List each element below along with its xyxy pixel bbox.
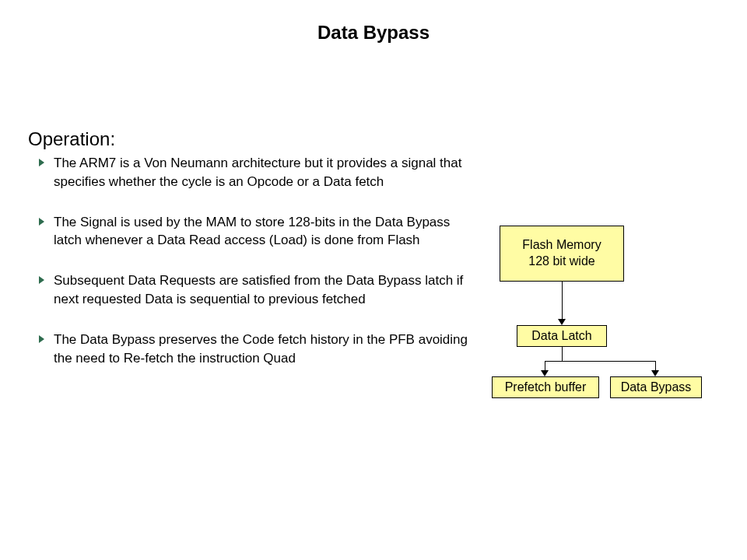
connector-line bbox=[545, 361, 545, 370]
bullet-arrow-icon bbox=[39, 335, 44, 343]
bullet-text: Subsequent Data Requests are satisfied f… bbox=[54, 271, 475, 309]
bullet-list: The ARM7 is a Von Neumann architecture b… bbox=[39, 154, 475, 389]
bullet-arrow-icon bbox=[39, 276, 44, 284]
arrowhead-icon bbox=[558, 319, 566, 325]
flash-memory-box: Flash Memory 128 bit wide bbox=[500, 226, 624, 282]
data-latch-label: Data Latch bbox=[531, 328, 591, 345]
flash-line1: Flash Memory bbox=[522, 237, 601, 254]
connector-line bbox=[562, 347, 563, 361]
bullet-item: The Data Bypass preserves the Code fetch… bbox=[39, 331, 475, 368]
connector-line bbox=[562, 282, 563, 319]
arrowhead-icon bbox=[541, 370, 549, 376]
bullet-item: The Signal is used by the MAM to store 1… bbox=[39, 213, 475, 250]
bullet-item: Subsequent Data Requests are satisfied f… bbox=[39, 271, 475, 309]
bullet-arrow-icon bbox=[39, 159, 44, 166]
bullet-text: The ARM7 is a Von Neumann architecture b… bbox=[54, 154, 475, 191]
prefetch-label: Prefetch buffer bbox=[505, 380, 587, 396]
connector-line bbox=[655, 361, 656, 370]
diagram: Flash Memory 128 bit wide Data Latch Pre… bbox=[492, 226, 733, 412]
data-latch-box: Data Latch bbox=[517, 325, 607, 347]
flash-line2: 128 bit wide bbox=[528, 254, 594, 270]
bullet-arrow-icon bbox=[39, 218, 44, 226]
connector-line bbox=[545, 361, 655, 362]
slide: Data Bypass Operation: The ARM7 is a Von… bbox=[0, 0, 747, 560]
bullet-text: The Signal is used by the MAM to store 1… bbox=[54, 213, 475, 250]
arrowhead-icon bbox=[651, 370, 659, 376]
data-bypass-box: Data Bypass bbox=[610, 376, 702, 398]
slide-title: Data Bypass bbox=[0, 22, 747, 44]
bullet-item: The ARM7 is a Von Neumann architecture b… bbox=[39, 154, 475, 191]
bullet-text: The Data Bypass preserves the Code fetch… bbox=[54, 331, 475, 368]
data-bypass-label: Data Bypass bbox=[621, 380, 692, 396]
section-heading: Operation: bbox=[28, 128, 115, 150]
prefetch-buffer-box: Prefetch buffer bbox=[492, 376, 599, 398]
